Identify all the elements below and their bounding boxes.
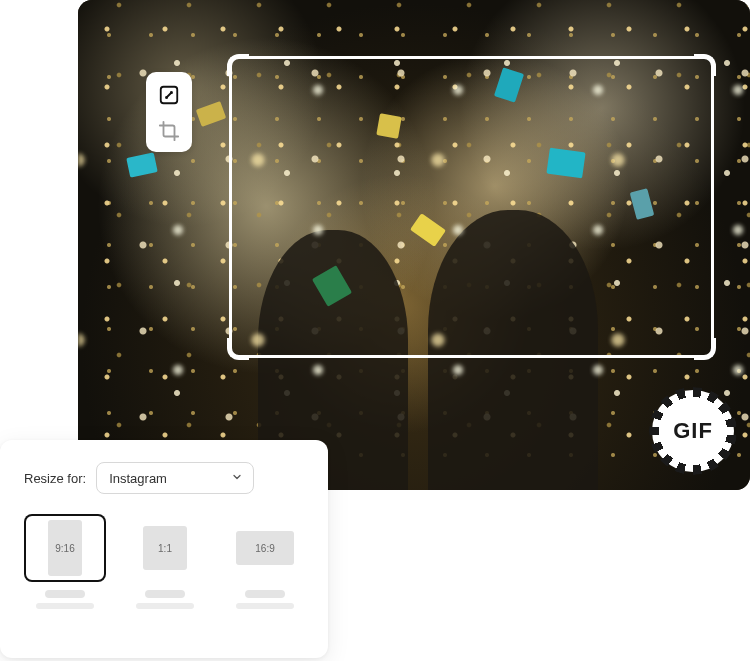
resize-icon: [158, 84, 180, 106]
resize-for-label: Resize for:: [24, 471, 86, 486]
crop-tool-button[interactable]: [154, 116, 184, 146]
aspect-ratio-list: 9:16 1:1 16:9: [24, 514, 304, 609]
ratio-label: 1:1: [158, 543, 172, 554]
chevron-down-icon: [231, 471, 243, 486]
aspect-ratio-16-9[interactable]: 16:9: [224, 514, 306, 609]
crop-handle-tr[interactable]: [694, 54, 716, 76]
crop-handle-bl[interactable]: [227, 338, 249, 360]
aspect-ratio-9-16[interactable]: 9:16: [24, 514, 106, 609]
ratio-caption-placeholder: [236, 590, 294, 609]
ratio-label: 16:9: [255, 543, 274, 554]
crop-frame[interactable]: [229, 56, 714, 358]
crop-icon: [158, 120, 180, 142]
resize-platform-dropdown[interactable]: Instagram: [96, 462, 254, 494]
resize-tool-button[interactable]: [154, 80, 184, 110]
ratio-caption-placeholder: [36, 590, 94, 609]
aspect-ratio-1-1[interactable]: 1:1: [124, 514, 206, 609]
gif-badge: GIF: [652, 390, 734, 472]
crop-handle-tl[interactable]: [227, 54, 249, 76]
tool-panel: [146, 72, 192, 152]
resize-panel: Resize for: Instagram 9:16 1:1: [0, 440, 328, 658]
ratio-caption-placeholder: [136, 590, 194, 609]
gif-badge-label: GIF: [673, 418, 713, 444]
dropdown-value: Instagram: [109, 471, 167, 486]
ratio-label: 9:16: [55, 543, 74, 554]
